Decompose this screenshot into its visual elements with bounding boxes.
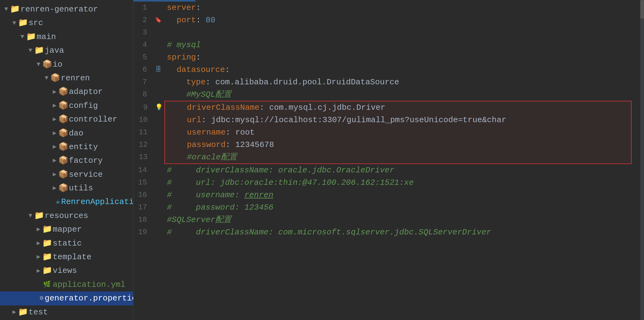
line-gutter: 🗄 [152,64,164,76]
line-number: 9 [134,101,153,114]
line-content: #MySQL配置 [164,88,644,101]
folder-icon: 📁 [10,4,19,15]
folder-icon: 📁 [42,238,51,249]
tree-item-views[interactable]: ▶ 📁 views [0,264,133,278]
highlight-block: 9 💡 driverClassName: com.mysql.cj.jdbc.D… [164,101,632,164]
line-content: #oracle配置 [165,151,631,163]
tree-item-static[interactable]: ▶ 📁 static [0,237,133,250]
tree-label: entity [69,141,98,153]
tree-label: template [53,251,92,263]
tree-item-application-yml[interactable]: ▶ 🌿 application.yml [0,278,133,291]
editor-scrollbar[interactable] [640,0,644,320]
tree-item-adaptor[interactable]: ▶ 📦 adaptor [0,85,133,99]
tree-item-io[interactable]: ▼ 📦 io [0,58,133,71]
code-area[interactable]: 1 server: 2 🔖 port: 80 3 4 # mysql 5 spr… [133,2,644,238]
tree-item-main[interactable]: ▼ 📁 main [0,30,133,44]
arrow-icon: ▶ [35,253,42,261]
line-number: 8 [133,88,152,101]
tree-item-dao[interactable]: ▶ 📦 dao [0,127,133,140]
line-number: 18 [133,214,152,226]
code-line-18: 18 #SQLServer配置 [133,214,644,226]
line-number: 4 [133,39,152,51]
scrollbar-thumb[interactable] [640,0,644,19]
code-line-19: 19 # driverClassName: com.microsoft.sqls… [133,226,644,238]
code-line-2: 2 🔖 port: 80 [133,14,644,26]
code-line-16: 16 # username: renren [133,189,644,201]
folder-icon: 📁 [18,17,27,29]
arrow-icon: ▶ [51,115,58,124]
arrow-icon: ▶ [11,308,17,317]
tree-item-service[interactable]: ▶ 📦 service [0,168,133,181]
java-folder-icon: 📁 [34,45,43,56]
pkg-icon: 📦 [58,169,68,180]
tree-label: views [53,265,77,276]
tree-label: service [69,169,103,180]
tree-label: config [69,100,98,111]
tree-item-generator-properties[interactable]: ▶ ⚙ generator.properties [0,291,133,305]
line-content: #SQLServer配置 [164,214,644,226]
arrow-icon: ▶ [35,267,42,275]
tree-item-controller[interactable]: ▶ 📦 controller [0,113,133,126]
file-tree[interactable]: ▼ 📁 renren-generator ▼ 📁 src ▼ 📁 main ▼ … [0,0,133,320]
tree-item-template[interactable]: ▶ 📁 template [0,250,133,264]
arrow-icon: ▶ [35,225,42,234]
tree-label: RenrenApplication [61,196,133,207]
arrow-icon: ▶ [51,129,58,138]
tree-item-resources[interactable]: ▼ 📁 resources [0,209,133,223]
line-number: 11 [134,126,153,139]
pkg-icon: 📦 [58,141,68,153]
pkg-icon: 📦 [58,114,68,125]
arrow-icon: ▶ [35,239,42,248]
tree-item-entity[interactable]: ▶ 📦 entity [0,140,133,154]
class-icon: ☕ [56,197,60,207]
tree-item-renren[interactable]: ▼ 📦 renren [0,71,133,85]
folder-icon: 📁 [18,307,27,318]
line-content: password: 12345678 [165,139,631,151]
line-number: 10 [134,114,153,126]
tree-label: mapper [53,224,82,235]
tree-label: resources [45,210,88,221]
pkg-icon: 📦 [58,100,68,111]
arrow-icon: ▶ [51,156,58,165]
tree-label: test [29,307,48,318]
line-content: # username: renren [164,189,644,201]
tree-item-src[interactable]: ▼ 📁 src [0,16,133,30]
code-line-1: 1 server: [133,2,644,14]
tree-item-utils[interactable]: ▶ 📦 utils [0,181,133,195]
line-number: 2 [133,14,152,26]
tree-label: static [53,238,82,249]
code-line-10: 10 url: jdbc:mysql://localhost:3307/guli… [165,114,631,126]
line-content: username: root [165,126,631,139]
tree-label: dao [69,128,83,139]
tree-label: java [45,45,64,56]
line-number: 19 [133,226,152,238]
tree-item-java[interactable]: ▼ 📁 java [0,44,133,57]
tree-item-renren-application[interactable]: ▶ ☕ RenrenApplication [0,195,133,209]
pkg-icon: 📦 [58,86,68,97]
line-gutter: 💡 [153,101,165,114]
folder-icon: 📁 [42,265,51,276]
line-number: 17 [133,201,152,214]
line-number: 14 [133,164,152,176]
line-content: server: [164,2,644,14]
tree-item-root[interactable]: ▼ 📁 renren-generator [0,2,133,16]
tree-item-config[interactable]: ▶ 📦 config [0,99,133,113]
code-line-9: 9 💡 driverClassName: com.mysql.cj.jdbc.D… [165,101,631,114]
code-line-12: 12 password: 12345678 [165,139,631,151]
line-gutter: 🔖 [152,14,164,26]
code-line-14: 14 # driverClassName: oracle.jdbc.Oracle… [133,164,644,176]
arrow-icon: ▼ [27,46,34,55]
code-line-17: 17 # password: 123456 [133,201,644,214]
tree-item-test[interactable]: ▶ 📁 test [0,305,133,319]
tree-item-factory[interactable]: ▶ 📦 factory [0,154,133,167]
line-content: # driverClassName: com.microsoft.sqlserv… [164,226,644,238]
tree-label: renren-generator [20,4,98,15]
tree-label: application.yml [53,279,125,290]
code-line-11: 11 username: root [165,126,631,139]
arrow-icon: ▼ [27,211,34,220]
pkg-icon: 📦 [58,183,68,194]
tree-item-mapper[interactable]: ▶ 📁 mapper [0,223,133,236]
code-line-13: 13 #oracle配置 [165,151,631,163]
bulb-icon: 💡 [155,101,163,114]
tree-label: generator.properties [45,293,133,304]
